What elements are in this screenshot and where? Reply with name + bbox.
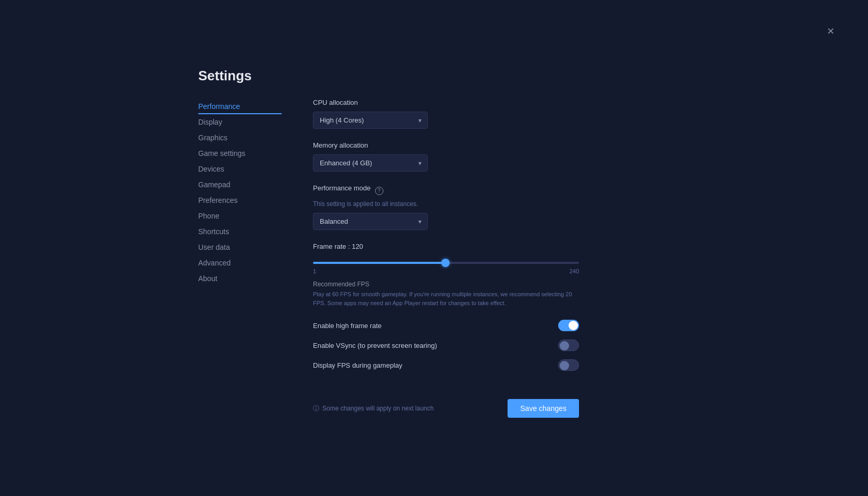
cpu-allocation-section: CPU allocation Low (1 Core) Medium (2 Co… xyxy=(313,99,579,129)
toggles-container: Enable high frame rate Enable VSync (to … xyxy=(313,316,579,375)
toggle-dot xyxy=(560,341,569,350)
sidebar-item-about[interactable]: About xyxy=(198,271,282,286)
performance-mode-section: Performance mode ? This setting is appli… xyxy=(313,184,579,230)
cpu-allocation-select[interactable]: Low (1 Core) Medium (2 Cores) High (4 Co… xyxy=(313,112,428,129)
save-changes-button[interactable]: Save changes xyxy=(508,399,579,418)
sidebar-item-advanced[interactable]: Advanced xyxy=(198,255,282,271)
close-icon: ✕ xyxy=(827,26,835,37)
sidebar-item-gamepad[interactable]: Gamepad xyxy=(198,177,282,192)
settings-container: Settings Performance Display Graphics Ga… xyxy=(198,68,579,418)
settings-title: Settings xyxy=(198,68,579,84)
sidebar: Performance Display Graphics Game settin… xyxy=(198,99,282,418)
vsync-label: Enable VSync (to prevent screen tearing) xyxy=(313,342,437,349)
frame-rate-slider[interactable] xyxy=(313,262,579,264)
sidebar-item-performance[interactable]: Performance xyxy=(198,99,282,114)
frame-rate-section: Frame rate : 120 1 240 Recommended FPS P… xyxy=(313,243,579,307)
performance-mode-sublabel: This setting is applied to all instances… xyxy=(313,200,579,208)
toggle-row-high-frame-rate: Enable high frame rate xyxy=(313,316,579,335)
cpu-allocation-wrapper: Low (1 Core) Medium (2 Cores) High (4 Co… xyxy=(313,112,428,129)
slider-max-label: 240 xyxy=(570,268,579,274)
display-fps-toggle[interactable] xyxy=(558,359,579,371)
close-button[interactable]: ✕ xyxy=(824,25,837,38)
sidebar-item-graphics[interactable]: Graphics xyxy=(198,130,282,146)
toggle-dot xyxy=(560,361,569,370)
toggle-row-display-fps: Display FPS during gameplay xyxy=(313,355,579,375)
sidebar-item-phone[interactable]: Phone xyxy=(198,208,282,224)
high-frame-rate-toggle[interactable] xyxy=(558,320,579,331)
slider-min-label: 1 xyxy=(313,268,316,274)
frame-rate-label: Frame rate : 120 xyxy=(313,243,579,250)
vsync-toggle[interactable] xyxy=(558,340,579,351)
sidebar-item-game-settings[interactable]: Game settings xyxy=(198,146,282,161)
sidebar-item-devices[interactable]: Devices xyxy=(198,161,282,177)
performance-mode-select[interactable]: Power saving Balanced High performance xyxy=(313,213,428,230)
perf-mode-label-row: Performance mode ? xyxy=(313,184,579,197)
performance-mode-wrapper: Power saving Balanced High performance ▾ xyxy=(313,213,428,230)
fps-recommendation-desc: Play at 60 FPS for smooth gameplay. If y… xyxy=(313,290,579,307)
memory-allocation-select[interactable]: Standard (2 GB) Enhanced (4 GB) High (6 … xyxy=(313,154,428,172)
settings-layout: Performance Display Graphics Game settin… xyxy=(198,99,579,418)
sidebar-item-preferences[interactable]: Preferences xyxy=(198,192,282,208)
toggle-dot xyxy=(569,321,578,330)
memory-allocation-wrapper: Standard (2 GB) Enhanced (4 GB) High (6 … xyxy=(313,154,428,172)
sidebar-item-shortcuts[interactable]: Shortcuts xyxy=(198,224,282,239)
high-frame-rate-label: Enable high frame rate xyxy=(313,322,382,330)
footer-note: ⓘ Some changes will apply on next launch xyxy=(313,404,433,413)
memory-allocation-section: Memory allocation Standard (2 GB) Enhanc… xyxy=(313,141,579,172)
performance-mode-help-icon[interactable]: ? xyxy=(375,187,383,195)
content-area: CPU allocation Low (1 Core) Medium (2 Co… xyxy=(313,99,579,418)
footer-bar: ⓘ Some changes will apply on next launch… xyxy=(313,391,579,418)
performance-mode-label: Performance mode xyxy=(313,184,371,192)
sidebar-item-display[interactable]: Display xyxy=(198,114,282,130)
info-icon: ⓘ xyxy=(313,404,319,413)
fps-recommendation-title: Recommended FPS xyxy=(313,281,579,288)
cpu-allocation-label: CPU allocation xyxy=(313,99,579,106)
toggle-row-vsync: Enable VSync (to prevent screen tearing) xyxy=(313,335,579,355)
footer-note-text: Some changes will apply on next launch xyxy=(322,405,433,412)
sidebar-item-user-data[interactable]: User data xyxy=(198,239,282,255)
memory-allocation-label: Memory allocation xyxy=(313,141,579,149)
display-fps-label: Display FPS during gameplay xyxy=(313,361,402,369)
slider-range-labels: 1 240 xyxy=(313,268,579,274)
